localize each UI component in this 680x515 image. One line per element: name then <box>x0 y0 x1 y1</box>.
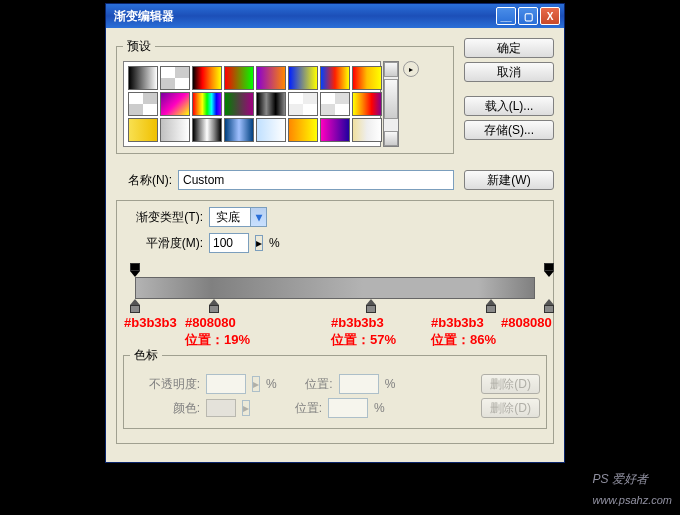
scroll-down[interactable] <box>384 131 398 146</box>
color-stop[interactable] <box>365 299 377 313</box>
color-stop[interactable] <box>485 299 497 313</box>
annotation: #808080 <box>501 315 552 330</box>
loc-unit2: % <box>374 401 385 415</box>
annotation: #b3b3b3 <box>431 315 484 330</box>
preset-grid <box>123 61 381 147</box>
preset-menu-icon[interactable]: ▸ <box>403 61 419 77</box>
load-button[interactable]: 载入(L)... <box>464 96 554 116</box>
preset-swatch[interactable] <box>352 118 382 142</box>
gradient-editor-dialog: 渐变编辑器 __ ▢ X 预设 <box>105 3 565 463</box>
presets-group: 预设 ▸ <box>116 38 454 154</box>
watermark: PS 爱好者www.psahz.com <box>593 467 672 509</box>
name-label: 名称(N): <box>116 172 172 189</box>
opacity-input[interactable] <box>206 374 246 394</box>
preset-swatch[interactable] <box>128 66 158 90</box>
opacity-flyout-icon[interactable]: ▸ <box>252 376 260 392</box>
preset-swatch[interactable] <box>192 66 222 90</box>
scroll-thumb[interactable] <box>384 79 398 119</box>
opacity-loc-input[interactable] <box>339 374 379 394</box>
annotation: 位置：19% <box>185 331 250 349</box>
minimize-button[interactable]: __ <box>496 7 516 25</box>
preset-scrollbar[interactable] <box>383 61 399 147</box>
smoothness-label: 平滑度(M): <box>123 235 203 252</box>
preset-swatch[interactable] <box>256 66 286 90</box>
color-swatch[interactable] <box>206 399 236 417</box>
window-title: 渐变编辑器 <box>110 8 496 25</box>
preset-swatch[interactable] <box>288 66 318 90</box>
stops-group: 色标 不透明度: ▸ % 位置: % 删除(D) 颜色: ▸ 位置: <box>123 347 547 429</box>
opacity-label: 不透明度: <box>130 376 200 393</box>
gradient-editor-bar[interactable]: #b3b3b3 #808080 位置：19% #b3b3b3 位置：57% #b… <box>123 259 547 319</box>
delete-opacity-button[interactable]: 删除(D) <box>481 374 540 394</box>
gradient-preview[interactable] <box>135 277 535 299</box>
color-stop[interactable] <box>543 299 555 313</box>
presets-legend: 预设 <box>123 38 155 55</box>
annotation: 位置：86% <box>431 331 496 349</box>
color-label: 颜色: <box>130 400 200 417</box>
opacity-unit: % <box>266 377 277 391</box>
preset-swatch[interactable] <box>288 92 318 116</box>
preset-swatch[interactable] <box>256 118 286 142</box>
save-button[interactable]: 存储(S)... <box>464 120 554 140</box>
smoothness-input[interactable] <box>209 233 249 253</box>
preset-swatch[interactable] <box>320 92 350 116</box>
delete-color-button[interactable]: 删除(D) <box>481 398 540 418</box>
gradient-type-label: 渐变类型(T): <box>123 209 203 226</box>
close-button[interactable]: X <box>540 7 560 25</box>
preset-swatch[interactable] <box>192 92 222 116</box>
preset-swatch[interactable] <box>128 92 158 116</box>
loc-unit: % <box>385 377 396 391</box>
color-stop[interactable] <box>129 299 141 313</box>
preset-swatch[interactable] <box>160 66 190 90</box>
cancel-button[interactable]: 取消 <box>464 62 554 82</box>
scroll-up[interactable] <box>384 62 398 77</box>
preset-swatch[interactable] <box>256 92 286 116</box>
opacity-stop[interactable] <box>129 263 141 277</box>
preset-swatch[interactable] <box>320 118 350 142</box>
gradient-type-select[interactable]: 实底 ▾ <box>209 207 267 227</box>
gradient-type-value: 实底 <box>210 209 250 226</box>
preset-swatch[interactable] <box>160 118 190 142</box>
chevron-down-icon[interactable]: ▾ <box>250 208 266 226</box>
preset-swatch[interactable] <box>288 118 318 142</box>
opacity-stop[interactable] <box>543 263 555 277</box>
preset-swatch[interactable] <box>160 92 190 116</box>
maximize-button[interactable]: ▢ <box>518 7 538 25</box>
annotation: 位置：57% <box>331 331 396 349</box>
name-input[interactable] <box>178 170 454 190</box>
new-button[interactable]: 新建(W) <box>464 170 554 190</box>
preset-swatch[interactable] <box>352 66 382 90</box>
preset-swatch[interactable] <box>224 92 254 116</box>
preset-swatch[interactable] <box>192 118 222 142</box>
preset-swatch[interactable] <box>128 118 158 142</box>
annotation: #808080 <box>185 315 236 330</box>
opacity-loc-label: 位置: <box>283 376 333 393</box>
stops-legend: 色标 <box>130 347 162 364</box>
color-stop[interactable] <box>208 299 220 313</box>
preset-swatch[interactable] <box>320 66 350 90</box>
title-bar[interactable]: 渐变编辑器 __ ▢ X <box>106 4 564 28</box>
color-flyout-icon[interactable]: ▸ <box>242 400 250 416</box>
color-loc-input[interactable] <box>328 398 368 418</box>
preset-swatch[interactable] <box>224 66 254 90</box>
preset-swatch[interactable] <box>224 118 254 142</box>
smoothness-unit: % <box>269 236 280 250</box>
annotation: #b3b3b3 <box>331 315 384 330</box>
smoothness-flyout-icon[interactable]: ▸ <box>255 235 263 251</box>
preset-swatch[interactable] <box>352 92 382 116</box>
annotation: #b3b3b3 <box>124 315 177 330</box>
color-loc-label: 位置: <box>256 400 322 417</box>
ok-button[interactable]: 确定 <box>464 38 554 58</box>
